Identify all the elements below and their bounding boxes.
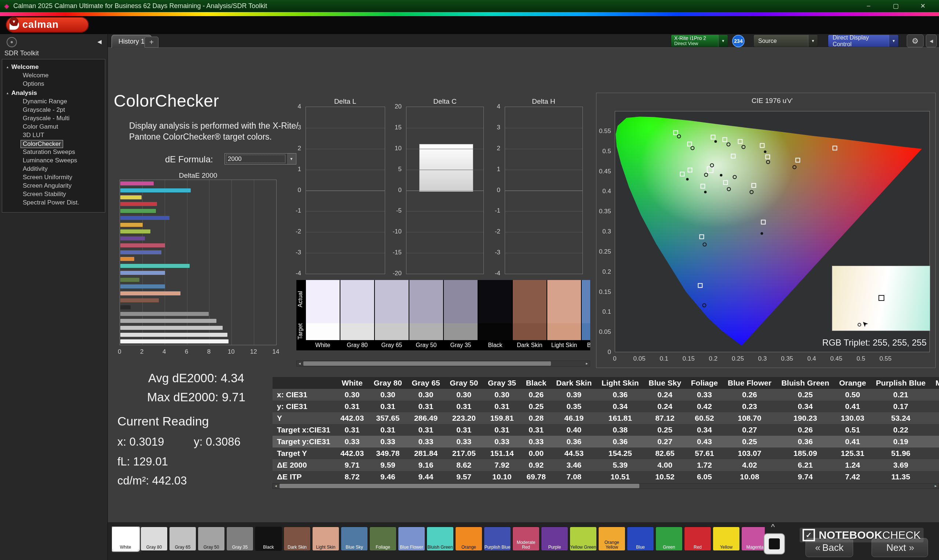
scroll-left-arrow-icon[interactable]: ◄	[297, 362, 302, 365]
bar-purplish-blue	[120, 250, 161, 254]
sidebar-group-analysis[interactable]: ▴Analysis	[2, 88, 105, 97]
calman-logo[interactable]: calman ▼	[6, 17, 89, 32]
patch-gray-80[interactable]: Gray 80	[341, 280, 374, 350]
pattern-swatch-foliage[interactable]: Foliage	[369, 527, 396, 551]
pattern-swatch-blue[interactable]: Blue	[627, 527, 654, 551]
table-corner-cell	[273, 377, 336, 389]
table-cell: 0.43	[686, 436, 723, 448]
colorchecker-data-table: WhiteGray 80Gray 65Gray 50Gray 35BlackDa…	[273, 377, 939, 481]
table-cell: 0.26	[777, 424, 834, 436]
scrollbar-track[interactable]	[279, 483, 933, 489]
right-panel-collapse-icon[interactable]: ◀	[926, 34, 937, 47]
pattern-swatch-blue-flower[interactable]: Blue Flower	[398, 527, 425, 551]
chart-title-deltae: DeltaE 2000	[179, 172, 217, 180]
pattern-swatch-red[interactable]: Red	[684, 527, 711, 551]
scroll-left-arrow-icon[interactable]: ◄	[273, 484, 279, 488]
axis-tick-label: 0.3	[602, 228, 611, 235]
sidebar-item-welcome[interactable]: Welcome	[2, 71, 105, 80]
pattern-swatch-gray-35[interactable]: Gray 35	[226, 527, 253, 551]
meter-dropdown[interactable]: X-Rite i1Pro 2 Direct View ▼	[671, 34, 728, 47]
pattern-window-button[interactable]	[764, 533, 785, 554]
sidebar-item-spectral-power-dist[interactable]: Spectral Power Dist.	[2, 198, 105, 207]
sidebar-item-grayscale-multi[interactable]: Grayscale - Multi	[2, 114, 105, 123]
minimize-button[interactable]: –	[860, 2, 877, 10]
maximize-button[interactable]: ▢	[888, 2, 904, 10]
patch-target-swatch	[478, 323, 512, 340]
source-dropdown[interactable]: Source ▼	[753, 34, 818, 47]
sidebar-item-colorchecker[interactable]: ColorChecker	[2, 140, 105, 148]
pattern-swatch-orange[interactable]: Orange	[455, 527, 483, 551]
scroll-right-arrow-icon[interactable]: ►	[933, 484, 939, 488]
patch-target-swatch	[582, 323, 590, 340]
table-scrollbar[interactable]: ◄ ►	[273, 483, 939, 489]
pattern-swatch-gray-65[interactable]: Gray 65	[169, 527, 196, 551]
pattern-swatch-orange-yellow[interactable]: Orange Yellow	[598, 527, 625, 551]
sidebar-item-screen-angularity[interactable]: Screen Angularity	[2, 182, 105, 190]
pattern-swatch-label: White	[112, 545, 139, 550]
sidebar-item-dynamic-range[interactable]: Dynamic Range	[2, 97, 105, 106]
patch-target-swatch	[375, 323, 409, 340]
sidebar-item-additivity[interactable]: Additivity	[2, 165, 105, 173]
current-fl: fL: 129.01	[117, 455, 168, 468]
pattern-swatch-yellow[interactable]: Yellow	[713, 527, 740, 551]
pattern-swatch-white[interactable]: White	[112, 527, 139, 551]
sidebar-item-options[interactable]: Options	[2, 80, 105, 88]
table-cell: 0.19	[871, 436, 931, 448]
scrollbar-thumb[interactable]	[303, 362, 551, 366]
scroll-right-arrow-icon[interactable]: ►	[584, 362, 590, 365]
scrollbar-thumb[interactable]	[279, 484, 639, 488]
add-tab-button[interactable]: +	[145, 37, 159, 48]
gridline	[406, 128, 483, 128]
chevron-down-icon[interactable]: ▼	[718, 35, 728, 47]
patch-gray-50[interactable]: Gray 50	[409, 280, 443, 350]
logo-menu-chevron-icon[interactable]: ▼	[9, 17, 19, 26]
pattern-swatch-moderate-red[interactable]: Moderate Red	[512, 527, 540, 551]
chevron-down-icon[interactable]: ▼	[889, 35, 898, 47]
patch-actual-swatch	[375, 280, 409, 323]
patch-white[interactable]: White	[306, 280, 340, 350]
display-control-dropdown[interactable]: Direct Display Control ▼	[828, 34, 899, 47]
close-button[interactable]: ✕	[915, 2, 931, 10]
pattern-swatch-gray-50[interactable]: Gray 50	[198, 527, 225, 551]
patch-gray-35[interactable]: Gray 35	[444, 280, 478, 350]
pattern-swatch-green[interactable]: Green	[655, 527, 683, 551]
sidebar-group-welcome[interactable]: ▴Welcome	[2, 62, 105, 71]
pattern-swatch-purple[interactable]: Purple	[541, 527, 568, 551]
patch-blue-sky[interactable]: Blue Sky	[582, 280, 590, 350]
de-formula-value: 2000	[225, 154, 287, 164]
sidebar-session-button[interactable]	[6, 37, 17, 47]
pattern-swatch-label: Magenta	[742, 545, 765, 550]
pattern-swatch-light-skin[interactable]: Light Skin	[312, 527, 339, 551]
pattern-swatch-gray-80[interactable]: Gray 80	[140, 527, 168, 551]
pattern-swatch-yellow-green[interactable]: Yellow Green	[570, 527, 597, 551]
patch-light-skin[interactable]: Light Skin	[547, 280, 581, 350]
gridline	[306, 211, 385, 211]
sidebar-item-grayscale-2pt[interactable]: Grayscale - 2pt	[2, 106, 105, 114]
patch-gray-65[interactable]: Gray 65	[375, 280, 409, 350]
pattern-swatch-bluish-green[interactable]: Bluish Green	[427, 527, 454, 551]
patch-dark-skin[interactable]: Dark Skin	[513, 280, 547, 350]
expand-caret[interactable]: ^	[771, 522, 775, 532]
pattern-swatch-dark-skin[interactable]: Dark Skin	[284, 527, 311, 551]
sidebar-item-3d-lut[interactable]: 3D LUT	[2, 131, 105, 140]
patch-black[interactable]: Black	[478, 280, 512, 350]
pattern-swatch-black[interactable]: Black	[255, 527, 282, 551]
delta-h-y-axis: 43210-1-2-3-4	[484, 107, 503, 274]
cie-measured-marker	[720, 174, 722, 177]
sidebar-item-saturation-sweeps[interactable]: Saturation Sweeps	[2, 148, 105, 157]
table-cell: 223.20	[445, 412, 483, 424]
pattern-swatch-purplish-blue[interactable]: Purplish Blue	[484, 527, 511, 551]
table-row-x-cie31: x: CIE310.300.300.300.300.300.260.390.36…	[273, 389, 939, 401]
chevron-down-icon[interactable]: ▼	[808, 35, 817, 47]
sidebar-item-screen-stability[interactable]: Screen Stability	[2, 190, 105, 198]
sidebar-item-color-gamut[interactable]: Color Gamut	[2, 123, 105, 131]
pattern-swatch-magenta[interactable]: Magenta	[741, 527, 765, 551]
scrollbar-track[interactable]	[302, 361, 584, 366]
settings-gear-icon[interactable]: ⚙	[907, 34, 924, 47]
sidebar-item-screen-uniformity[interactable]: Screen Uniformity	[2, 173, 105, 182]
patch-strip-scrollbar[interactable]: ◄ ►	[296, 361, 590, 366]
sidebar-item-luminance-sweeps[interactable]: Luminance Sweeps	[2, 157, 105, 165]
sidebar-collapse-icon[interactable]: ◀	[97, 38, 102, 45]
delta-c-y-axis: 20151050-5-10-15-20	[385, 107, 404, 274]
pattern-swatch-blue-sky[interactable]: Blue Sky	[341, 527, 368, 551]
